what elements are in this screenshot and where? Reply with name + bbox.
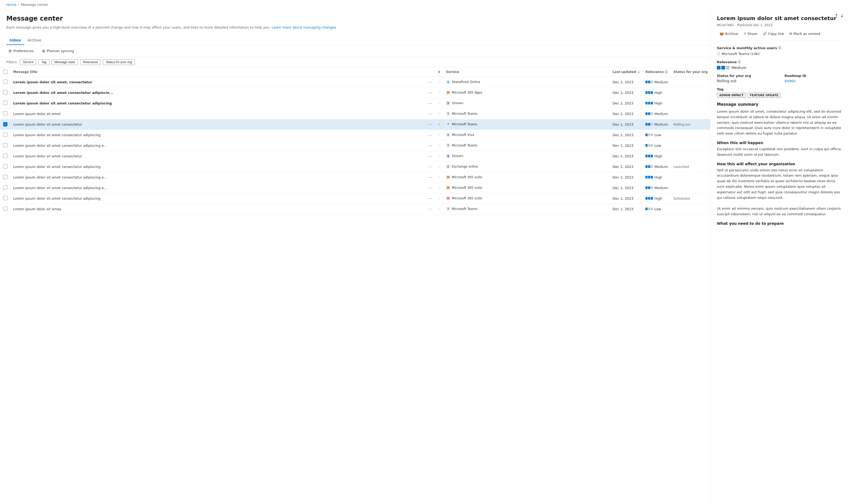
row-relevance-cell: Medium (643, 77, 671, 87)
relevance-detail-info-icon[interactable]: ⓘ (738, 60, 741, 64)
share-button[interactable]: ↗ Share (741, 31, 760, 37)
row-star[interactable]: ☆ (437, 90, 441, 95)
table-row[interactable]: Lorem ipsum dolor sit amet consectetur a… (0, 87, 710, 98)
row-star[interactable]: ☆ (437, 101, 441, 105)
row-menu-button[interactable]: ⋯ (428, 122, 432, 127)
th-checkbox (0, 68, 11, 77)
row-checkbox[interactable] (3, 132, 7, 137)
detail-actions: 📦 Archive ↗ Share 🔗 Copy link ✉ Mark as … (717, 31, 842, 41)
row-star[interactable]: ☆ (437, 207, 441, 211)
row-star-cell: ☆ (435, 193, 444, 204)
row-checkbox[interactable] (3, 185, 7, 190)
service-name: Microsoft 365 suite (452, 175, 482, 179)
row-star[interactable]: ☆ (437, 196, 441, 200)
row-service-cell: V Microsoft Viva (444, 130, 610, 140)
row-star[interactable]: ☆ (437, 112, 441, 116)
row-relevance-cell: High (643, 151, 671, 161)
row-menu-button[interactable]: ⋯ (428, 101, 432, 106)
row-menu-button[interactable]: ⋯ (428, 206, 432, 212)
status-label: Status for your org (717, 74, 774, 78)
row-menu-button[interactable]: ⋯ (428, 111, 432, 116)
table-row[interactable]: ✓ Lorem ipsum dolor sit amet consectetur… (0, 119, 710, 130)
learn-more-link[interactable]: Learn more about managing changes (272, 25, 336, 29)
row-checkbox-cell (0, 77, 11, 87)
next-arrow[interactable]: ↓ (840, 13, 844, 18)
planner-syncing-button[interactable]: ⊞ Planner syncing (40, 48, 76, 54)
row-menu-button[interactable]: ⋯ (428, 175, 432, 180)
tab-inbox[interactable]: Inbox (6, 36, 24, 45)
row-star[interactable]: ☆ (437, 186, 441, 190)
select-all-checkbox[interactable] (3, 70, 7, 74)
row-star[interactable]: ☆ (437, 175, 441, 179)
row-checkbox[interactable] (3, 111, 7, 115)
service-info-icon[interactable]: ⓘ (778, 46, 781, 50)
row-checkbox-cell (0, 151, 11, 161)
toolbar: ⚙ Preferences ⊞ Planner syncing (0, 45, 710, 57)
roadmap-link[interactable]: 84960 (784, 79, 795, 83)
row-title: Lorem ipsum dolor sit amet consectetur a… (13, 144, 107, 147)
filter-service[interactable]: Service (20, 59, 36, 65)
row-star[interactable]: ☆ (437, 80, 441, 84)
row-checkbox[interactable] (3, 175, 7, 179)
row-menu-button[interactable]: ⋯ (428, 196, 432, 201)
row-checkbox-cell (0, 182, 11, 193)
row-checkbox-cell (0, 161, 11, 172)
table-row[interactable]: Lorem ipsum dolor sit amet consectetur a… (0, 98, 710, 108)
row-updated: Dec 1, 2023 (612, 175, 633, 179)
row-checkbox[interactable] (3, 196, 7, 200)
table-row[interactable]: Lorem ipsum dolor sit amet, consectetur … (0, 77, 710, 87)
row-star[interactable]: ☆ (437, 164, 441, 169)
row-relevance-cell: High (643, 193, 671, 204)
row-menu-button[interactable]: ⋯ (428, 90, 432, 95)
when-heading: When this will happen (717, 141, 842, 145)
tab-archive[interactable]: Archive (24, 36, 44, 45)
row-checkbox[interactable]: ✓ (3, 122, 7, 126)
row-menu-button[interactable]: ⋯ (428, 79, 432, 85)
row-status-cell (671, 151, 710, 161)
row-menu-button[interactable]: ⋯ (428, 143, 432, 148)
row-star[interactable]: ☆ (437, 143, 441, 147)
filter-tag[interactable]: Tag (38, 59, 49, 65)
affect-heading: How this will affect your organization (717, 162, 842, 166)
service-name: Exchange online (452, 165, 478, 168)
filter-status[interactable]: Status for your org (103, 59, 135, 65)
table-row[interactable]: Lorem ipsum dolor sit amet consectetur a… (0, 130, 710, 140)
filter-message-state[interactable]: Message state (52, 59, 78, 65)
archive-button[interactable]: 📦 Archive (717, 31, 741, 37)
row-menu-button[interactable]: ⋯ (428, 164, 432, 169)
table-row[interactable]: Lorem ipsum dolor sit amet ⋯ ☆ T Microso… (0, 108, 710, 119)
row-checkbox[interactable] (3, 143, 7, 147)
table-row[interactable]: Lorem ipsum dolor sit amet consectetur a… (0, 140, 710, 151)
service-icon: V (446, 133, 450, 137)
row-service-cell: T Microsoft Teams (444, 140, 610, 151)
th-updated[interactable]: Last updated ↓ (610, 68, 643, 77)
prev-arrow[interactable]: ↑ (834, 13, 838, 18)
table-row[interactable]: Lorem ipsum dolor sit amey ⋯ ☆ T Microso… (0, 204, 710, 214)
table-row[interactable]: Lorem ipsum dolor sit amet consectetur a… (0, 172, 710, 182)
breadcrumb: Home › Message center (0, 0, 848, 10)
row-checkbox[interactable] (3, 90, 7, 94)
table-row[interactable]: Lorem ipsum dolor sit amet consectetur ⋯… (0, 151, 710, 161)
row-checkbox[interactable] (3, 101, 7, 105)
breadcrumb-home[interactable]: Home (6, 3, 16, 6)
mark-unread-button[interactable]: ✉ Mark as unread (787, 31, 823, 37)
detail-meta: MC447685 · Published Dec 1, 2023 (717, 23, 842, 27)
row-menu-button[interactable]: ⋯ (428, 154, 432, 159)
filter-relevance[interactable]: Relevance (80, 59, 101, 65)
row-checkbox[interactable] (3, 206, 7, 211)
row-checkbox[interactable] (3, 164, 7, 168)
relevance-info-icon[interactable]: ⓘ (665, 70, 668, 74)
row-checkbox[interactable] (3, 79, 7, 84)
row-menu-button[interactable]: ⋯ (428, 132, 432, 138)
row-star[interactable]: ★ (437, 122, 441, 126)
copy-link-button[interactable]: 🔗 Copy link (760, 31, 787, 37)
table-row[interactable]: Lorem ipsum dolor sit amet consectetur a… (0, 161, 710, 172)
table-row[interactable]: Lorem ipsum dolor sit amet consectetur a… (0, 182, 710, 193)
preferences-button[interactable]: ⚙ Preferences (6, 48, 36, 54)
row-star-cell: ☆ (435, 151, 444, 161)
row-menu-button[interactable]: ⋯ (428, 185, 432, 191)
table-row[interactable]: Lorem ipsum dolor sit amet consectetur a… (0, 193, 710, 204)
row-star[interactable]: ☆ (437, 133, 441, 137)
row-checkbox[interactable] (3, 154, 7, 158)
row-star[interactable]: ☆ (437, 154, 441, 158)
